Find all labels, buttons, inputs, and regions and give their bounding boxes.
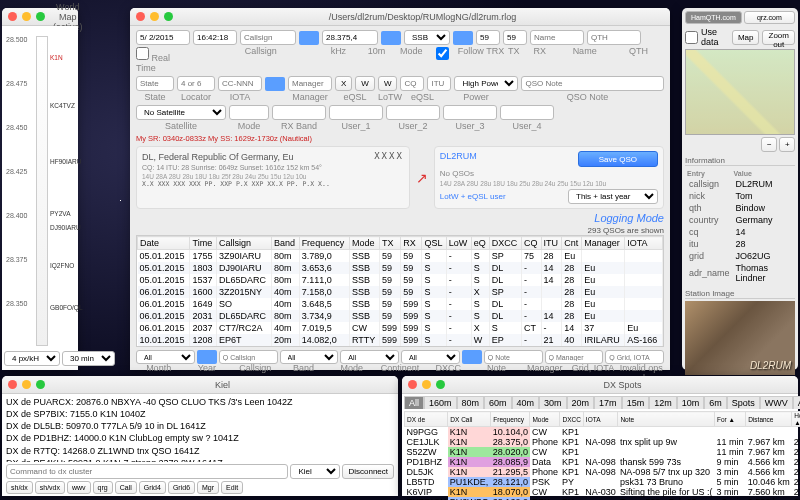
band-tab[interactable]: 6m xyxy=(704,396,727,409)
power-select[interactable]: High Power xyxy=(454,76,518,91)
dx-spot-row[interactable]: N9PGGK1N10.104,0CWKP1 xyxy=(405,427,801,438)
dx-spot-row[interactable]: S52ZWK1N28.020,0CWKP111 min7.967 km271 xyxy=(405,447,801,457)
band-tab[interactable]: 10m xyxy=(677,396,705,409)
qrz-button[interactable]: qrz.com xyxy=(744,11,795,24)
filt-mode[interactable]: All xyxy=(340,350,399,364)
map-view[interactable] xyxy=(685,49,795,135)
dx-spot-row[interactable]: DL5JKK1N21.295,5PhoneKP1NA-098NA-098 5/7… xyxy=(405,467,801,477)
band-strip[interactable] xyxy=(36,36,48,346)
band-tab[interactable]: WWV xyxy=(760,396,793,409)
hamqth-button[interactable]: HamQTH.com xyxy=(685,11,742,24)
follow-trx-check[interactable] xyxy=(436,46,449,61)
filt-note[interactable] xyxy=(484,350,543,364)
band-tab[interactable]: All xyxy=(404,396,424,409)
save-qso-button[interactable]: Save QSO xyxy=(578,151,658,167)
band-tab[interactable]: 80m xyxy=(457,396,485,409)
kiel-titlebar[interactable]: Kiel xyxy=(2,376,398,394)
close-icon[interactable] xyxy=(8,12,17,21)
zoom-icon[interactable] xyxy=(36,12,45,21)
px-per-khz-select[interactable]: 4 px/kH xyxy=(4,351,60,366)
freq-dropdown[interactable] xyxy=(381,31,401,45)
filt-dxcc[interactable]: All xyxy=(401,350,460,364)
dx-titlebar[interactable]: DX Spots xyxy=(402,376,798,394)
rst-tx-input[interactable] xyxy=(476,30,500,45)
mode-dropdown[interactable] xyxy=(453,31,473,45)
dx-spots-table[interactable]: DX deDX CallFrequencyModeDXCCIOTANoteFor… xyxy=(404,411,800,500)
table-row[interactable]: 10.01.20151208EP6T20m14.082,0RTTY599599S… xyxy=(138,334,663,346)
dx-spot-row[interactable]: PD1BHZK1N28.085,9DataKP1NA-098thansk 599… xyxy=(405,457,801,467)
x-button[interactable]: X xyxy=(335,76,352,91)
filt-callsign[interactable] xyxy=(219,350,278,364)
cluster-cmd-button[interactable]: wwv xyxy=(67,481,91,494)
close-icon[interactable] xyxy=(136,12,145,21)
callsign-dropdown[interactable] xyxy=(299,31,319,45)
band-tab[interactable]: 15m xyxy=(622,396,650,409)
dx-spot-row[interactable]: K6VIPK1N18.070,0CWKP1NA-030Sifting the p… xyxy=(405,487,801,497)
band-tab[interactable]: Ann xyxy=(793,396,800,409)
freq-input[interactable] xyxy=(322,30,378,45)
user4-input[interactable] xyxy=(500,105,554,120)
cluster-output[interactable]: UX de PUARCX: 20876.0 NBXYA -40 QSO CLUO… xyxy=(6,396,394,462)
time-input[interactable] xyxy=(193,30,237,45)
cluster-cmd-button[interactable]: Grid4 xyxy=(139,481,166,494)
manager-input[interactable] xyxy=(288,76,332,91)
use-data-check[interactable] xyxy=(685,30,698,45)
table-row[interactable]: 06.01.20152031DL65DARC80m3.734,9SSB59599… xyxy=(138,310,663,322)
spot-call[interactable]: K1N xyxy=(50,54,63,61)
filt-grid[interactable] xyxy=(605,350,664,364)
dx-band-tabs[interactable]: All160m80m60m40m30m20m17m15m12m10m6mSpot… xyxy=(404,396,796,409)
close-icon[interactable] xyxy=(408,380,417,389)
iota-dropdown[interactable] xyxy=(265,77,285,91)
band-tab[interactable]: 30m xyxy=(539,396,567,409)
state-input[interactable] xyxy=(136,76,174,91)
band-tab[interactable]: 40m xyxy=(512,396,540,409)
minimize-icon[interactable] xyxy=(150,12,159,21)
cq-input[interactable] xyxy=(400,76,424,91)
cluster-cmd-button[interactable]: Edit xyxy=(221,481,243,494)
zoom-icon[interactable] xyxy=(36,380,45,389)
spot-call[interactable]: KC4TVZ xyxy=(50,102,75,109)
filt-dd[interactable] xyxy=(197,350,217,364)
itu-input[interactable] xyxy=(427,76,451,91)
table-row[interactable]: 05.01.20151537DL65DARC80m7.111,0SSB5959S… xyxy=(138,274,663,286)
main-titlebar[interactable]: /Users/dl2rum/Desktop/RUMlogNG/dl2rum.rl… xyxy=(130,8,670,26)
zoom-icon[interactable] xyxy=(164,12,173,21)
zoom-plus-button[interactable]: + xyxy=(779,137,795,152)
zoom-out-button[interactable]: Zoom out xyxy=(762,30,795,45)
filt-all[interactable]: All xyxy=(136,350,195,364)
dx-spot-row[interactable]: LB5TDPU1KDE,28.121,0PSKPYpsk31 73 Bruno5… xyxy=(405,477,801,487)
user3-input[interactable] xyxy=(443,105,497,120)
band-tab[interactable]: 160m xyxy=(424,396,457,409)
w1-button[interactable]: W xyxy=(355,76,375,91)
log-table[interactable]: DateTimeCallsignBandFrequencyModeTXRXQSL… xyxy=(137,236,663,347)
map-button[interactable]: Map xyxy=(732,30,760,45)
dx-spot-row[interactable]: CE1JLKK1N28.375,0PhoneKP1NA-098tnx split… xyxy=(405,437,801,447)
rst-rx-input[interactable] xyxy=(503,30,527,45)
mode-select[interactable]: SSB xyxy=(404,30,450,45)
band-tab[interactable]: 60m xyxy=(484,396,512,409)
table-row[interactable]: 06.01.20152037CT7/RC2A40m7.019,5CW599599… xyxy=(138,322,663,334)
disconnect-button[interactable]: Disconnect xyxy=(342,464,394,479)
close-icon[interactable] xyxy=(8,380,17,389)
callsign-input[interactable] xyxy=(240,30,296,45)
locator-input[interactable] xyxy=(177,76,215,91)
satellite-select[interactable]: No Satellite xyxy=(136,105,226,120)
zoom-icon[interactable] xyxy=(436,380,445,389)
filt-band[interactable]: All xyxy=(280,350,339,364)
cluster-command-input[interactable] xyxy=(6,464,288,479)
cluster-cmd-button[interactable]: sh/vdx xyxy=(35,481,65,494)
period-select[interactable]: This + last year xyxy=(568,189,658,204)
band-tab[interactable]: Spots xyxy=(727,396,760,409)
spot-call[interactable]: DJ90IARU xyxy=(50,224,81,231)
user1-input[interactable] xyxy=(329,105,383,120)
table-row[interactable]: 05.01.20151803DJ90IARU80m3.653,6SSB5959S… xyxy=(138,262,663,274)
iota-input[interactable] xyxy=(218,76,262,91)
w2-button[interactable]: W xyxy=(378,76,398,91)
spot-call[interactable]: IQ2FNO xyxy=(50,262,74,269)
band-tab[interactable]: 12m xyxy=(649,396,677,409)
filt-dd[interactable] xyxy=(462,350,482,364)
spot-call[interactable]: HF90IARU xyxy=(50,158,81,165)
minimize-icon[interactable] xyxy=(422,380,431,389)
table-row[interactable]: 05.01.201517553Z90IARU80m3.789,0SSB5959S… xyxy=(138,250,663,263)
cluster-cmd-button[interactable]: sh/dx xyxy=(6,481,33,494)
